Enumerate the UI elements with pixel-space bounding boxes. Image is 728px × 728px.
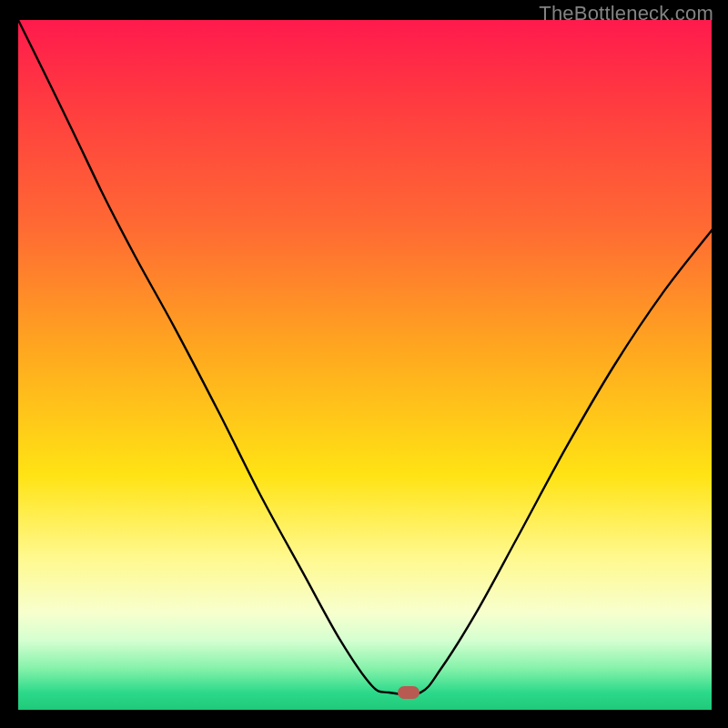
optimum-marker <box>398 686 420 699</box>
chart-frame: TheBottleneck.com <box>0 0 728 728</box>
bottleneck-curve <box>18 20 715 694</box>
plot-area <box>18 20 712 710</box>
curve-svg <box>18 20 712 710</box>
